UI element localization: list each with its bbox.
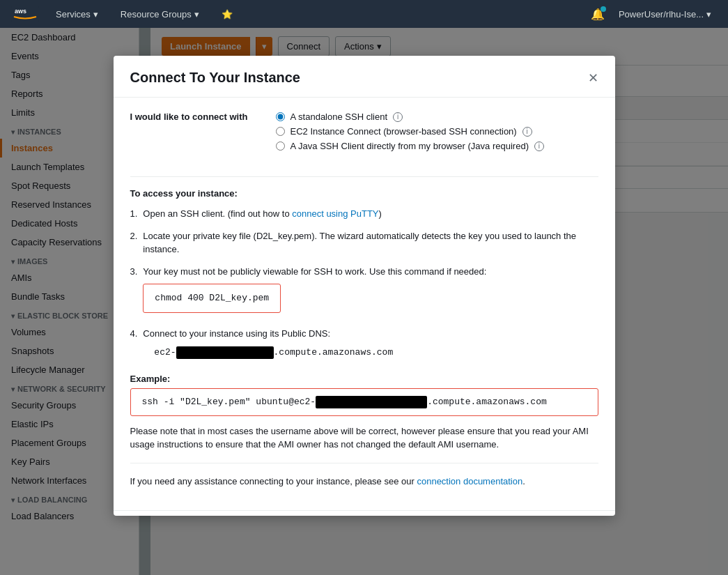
svg-text:aws: aws xyxy=(15,8,26,15)
radio-ec2ic[interactable] xyxy=(276,127,285,136)
ssh-info-icon[interactable]: i xyxy=(393,112,403,122)
user-menu[interactable]: PowerUser/rlhu-Ise... ▾ xyxy=(613,6,717,22)
modal-footer: Close xyxy=(114,510,615,516)
putty-link[interactable]: connect using PuTTY xyxy=(292,208,378,219)
top-navigation: aws Services ▾ Resource Groups ▾ ⭐ 🔔 Pow… xyxy=(0,0,728,28)
step-1-num: 1. xyxy=(130,207,138,221)
radio-java[interactable] xyxy=(276,141,285,151)
modal-header: Connect To Your Instance ✕ xyxy=(114,56,615,98)
modal-overlay: Connect To Your Instance ✕ I would like … xyxy=(0,28,728,575)
ssh-example: ssh -i "D2L_key.pem" ubuntu@ec2-.compute… xyxy=(130,388,598,416)
redacted-ssh-host xyxy=(316,396,427,408)
steps-list: 1. Open an SSH client. (find out how to … xyxy=(130,207,598,365)
nav-right: 🔔 PowerUser/rlhu-Ise... ▾ xyxy=(591,6,717,22)
notifications-icon[interactable]: 🔔 xyxy=(591,8,605,21)
step-3-content: Your key must not be publicly viewable f… xyxy=(143,265,598,319)
step-2-num: 2. xyxy=(130,229,138,256)
step-1-content: Open an SSH client. (find out how to con… xyxy=(143,207,598,221)
connect-options: A standalone SSH client i EC2 Instance C… xyxy=(276,112,544,151)
example-label: Example: xyxy=(130,374,598,384)
services-menu[interactable]: Services ▾ xyxy=(50,6,104,22)
resource-groups-menu[interactable]: Resource Groups ▾ xyxy=(115,6,205,22)
step-4-num: 4. xyxy=(130,327,138,365)
modal-divider xyxy=(130,176,598,177)
ec2ic-info-icon[interactable]: i xyxy=(522,127,532,137)
java-info-icon[interactable]: i xyxy=(534,141,544,151)
step-1: 1. Open an SSH client. (find out how to … xyxy=(130,207,598,221)
access-title: To access your instance: xyxy=(130,188,598,199)
step-2-content: Locate your private key file (D2L_key.pe… xyxy=(143,229,598,256)
radio-option-java[interactable]: A Java SSH Client directly from my brows… xyxy=(276,141,544,151)
step-4: 4. Connect to your instance using its Pu… xyxy=(130,327,598,365)
modal-body: I would like to connect with A standalon… xyxy=(114,98,615,510)
bookmarks-icon[interactable]: ⭐ xyxy=(216,6,238,22)
assistance-text: If you need any assistance connecting to… xyxy=(130,475,598,489)
modal-close-button[interactable]: ✕ xyxy=(588,70,598,86)
modal-title: Connect To Your Instance xyxy=(130,70,300,86)
connection-doc-link[interactable]: connection documentation xyxy=(417,476,522,486)
radio-option-ssh[interactable]: A standalone SSH client i xyxy=(276,112,544,122)
step-3-num: 3. xyxy=(130,265,138,319)
aws-logo[interactable]: aws xyxy=(11,6,39,22)
step-2: 2. Locate your private key file (D2L_key… xyxy=(130,229,598,256)
radio-option-ec2ic[interactable]: EC2 Instance Connect (browser-based SSH … xyxy=(276,126,544,137)
connect-modal: Connect To Your Instance ✕ I would like … xyxy=(114,56,615,516)
redacted-dns xyxy=(176,346,274,359)
step-4-content: Connect to your instance using its Publi… xyxy=(143,327,598,365)
chmod-command: chmod 400 D2L_key.pem xyxy=(143,284,281,313)
dns-line: ec2-.compute.amazonaws.com xyxy=(154,346,598,360)
modal-divider-2 xyxy=(130,463,598,463)
connect-with-label: I would like to connect with xyxy=(130,112,248,122)
step-3: 3. Your key must not be publicly viewabl… xyxy=(130,265,598,319)
note-text: Please note that in most cases the usern… xyxy=(130,424,598,452)
radio-ssh[interactable] xyxy=(276,112,285,121)
